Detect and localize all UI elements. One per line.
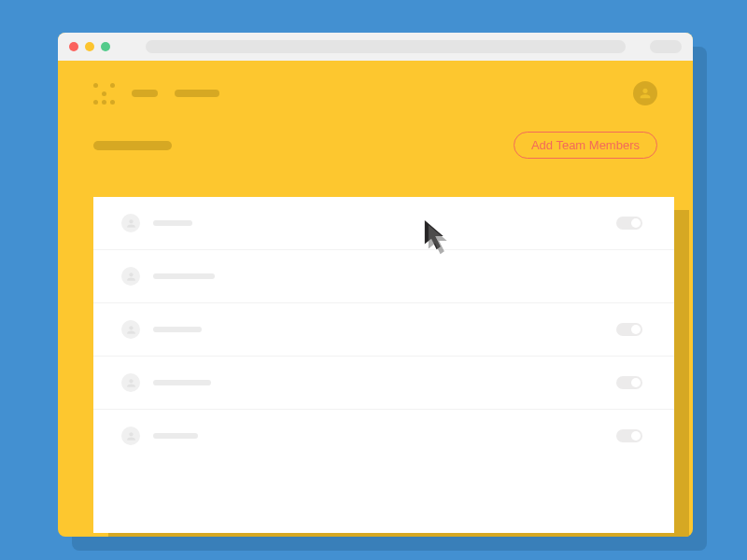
address-bar[interactable] [146, 40, 626, 53]
close-icon[interactable] [69, 42, 78, 51]
member-toggle[interactable] [616, 217, 642, 230]
app-header [58, 61, 693, 105]
new-tab-button[interactable] [650, 40, 682, 53]
member-row [93, 357, 674, 410]
person-icon [125, 217, 137, 230]
nav-item[interactable] [175, 90, 219, 97]
member-name [153, 380, 211, 385]
minimize-icon[interactable] [85, 42, 94, 51]
member-row [93, 197, 674, 250]
section-title [93, 141, 172, 150]
member-avatar [121, 373, 140, 392]
member-name [153, 327, 202, 332]
member-avatar [121, 267, 140, 286]
member-row [93, 410, 674, 462]
member-row [93, 303, 674, 357]
person-icon [638, 86, 653, 101]
person-icon [125, 271, 137, 283]
add-team-members-button[interactable]: Add Team Members [514, 132, 657, 159]
member-toggle[interactable] [616, 376, 642, 389]
member-toggle[interactable] [616, 429, 642, 442]
section-header: Add Team Members [58, 105, 693, 174]
member-name [153, 433, 198, 439]
app-window: Add Team Members [58, 33, 693, 537]
traffic-lights [69, 42, 110, 51]
member-name [153, 273, 215, 279]
user-avatar[interactable] [633, 81, 657, 105]
zoom-icon[interactable] [101, 42, 110, 51]
member-name [153, 220, 192, 226]
person-icon [125, 430, 137, 442]
member-avatar [121, 214, 140, 232]
member-toggle[interactable] [616, 323, 642, 336]
member-avatar [121, 320, 140, 339]
members-panel [93, 197, 674, 533]
nav-item[interactable] [132, 90, 158, 97]
member-avatar [121, 427, 140, 445]
person-icon [125, 377, 137, 389]
member-row [93, 250, 674, 303]
person-icon [125, 324, 137, 336]
window-titlebar [58, 33, 693, 61]
app-menu-icon[interactable] [93, 83, 115, 105]
